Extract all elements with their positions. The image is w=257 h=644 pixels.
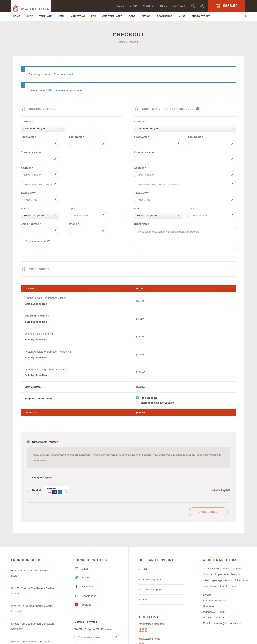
paypal-logo: ▶PayPal bbox=[47, 487, 68, 490]
shipping-street-input[interactable] bbox=[134, 171, 236, 178]
youtube-link[interactable]: Youtube bbox=[74, 600, 120, 609]
shipping-first-name-input[interactable] bbox=[134, 140, 182, 148]
header-nav-contact[interactable]: CONTACT bbox=[173, 4, 185, 7]
billing-zip-input[interactable] bbox=[69, 212, 107, 219]
breadcrumb: Home › Checkout bbox=[0, 40, 257, 44]
bank-transfer-label: Direct Bank Transfer bbox=[32, 440, 58, 443]
ship-different-address-checkbox[interactable]: ✓ bbox=[196, 108, 200, 110]
billing-country-select[interactable]: United States (US)▼ bbox=[21, 125, 65, 132]
free-shipping-radio[interactable] bbox=[136, 396, 139, 399]
cart-total: $653.50 bbox=[223, 4, 238, 8]
shipping-state-label: State bbox=[134, 207, 140, 210]
order-notes-textarea[interactable] bbox=[134, 227, 236, 249]
marketplace-items-label: Marketplace Items bbox=[139, 637, 184, 640]
billing-street-input[interactable] bbox=[21, 171, 59, 178]
product-name: Gadget and Things on the Table × 1 bbox=[25, 368, 136, 371]
nav-cms-templates[interactable]: CMS TEMPLATES bbox=[102, 15, 122, 18]
product-name: Women Hold iPhone × 1 bbox=[25, 332, 136, 335]
twitter-link[interactable]: Twitter bbox=[74, 573, 120, 582]
nav-home[interactable]: HOME bbox=[13, 15, 20, 18]
what-is-paypal-link[interactable]: What is PayPal? bbox=[212, 489, 230, 492]
billing-first-name-label: First Name bbox=[21, 136, 34, 138]
breadcrumb-home[interactable]: Home bbox=[119, 40, 126, 44]
billing-phone-input[interactable] bbox=[69, 227, 107, 234]
shipping-company-input[interactable] bbox=[134, 156, 236, 163]
page-title: CHECKOUT bbox=[0, 32, 257, 38]
billing-last-name-input[interactable] bbox=[69, 140, 107, 148]
paypal-radio[interactable] bbox=[26, 489, 30, 492]
shipping-town-input[interactable] bbox=[134, 196, 236, 204]
billing-apartment-input[interactable] bbox=[21, 181, 59, 188]
product-name: iPhone 5s with Headphones Jack × 1 bbox=[25, 296, 136, 300]
create-account-checkbox[interactable] bbox=[21, 240, 24, 242]
header-nav-blog[interactable]: BLOG bbox=[160, 4, 168, 7]
international-delivery-radio[interactable] bbox=[136, 401, 139, 404]
top-header-bar: MARKETICA PAGES SHOP WISHLIST BLOG CONTA… bbox=[0, 0, 257, 12]
blog-link[interactable]: How To Choose The Perfect Fashion Store? bbox=[11, 582, 56, 600]
facebook-link[interactable]: f Facebook bbox=[74, 582, 120, 591]
header-nav-shop[interactable]: SHOP bbox=[130, 4, 137, 7]
cheque-payment-label: Cheque Payment bbox=[32, 476, 53, 479]
header-nav-wishlist[interactable]: WISHLIST bbox=[142, 4, 155, 7]
square-bullet-icon bbox=[139, 569, 140, 570]
help-link[interactable]: Help bbox=[139, 564, 184, 574]
billing-form: BILLING DETAILS Country * United States … bbox=[21, 101, 122, 250]
nav-psd[interactable]: PSD bbox=[91, 15, 96, 18]
nav-template[interactable]: TEMPLATE bbox=[39, 15, 52, 18]
billing-company-input[interactable] bbox=[21, 156, 59, 163]
bank-transfer-radio[interactable] bbox=[26, 440, 30, 443]
nav-code[interactable]: CODE bbox=[128, 15, 135, 18]
nav-shop[interactable]: SHOP bbox=[26, 15, 33, 18]
nav-photo-stocks[interactable]: PHOTO STOCKS bbox=[192, 15, 210, 18]
contact-support-link[interactable]: Contact Support bbox=[139, 584, 184, 594]
paypal-label: PayPal bbox=[32, 489, 41, 492]
place-order-button[interactable]: PLACE ORDER bbox=[188, 508, 228, 516]
shipping-last-name-input[interactable] bbox=[188, 140, 236, 148]
shipping-handling-label: Shipping and Handling bbox=[21, 395, 136, 406]
returning-customer-notice: i Returning customer? Click here to logi… bbox=[21, 66, 236, 77]
nav-muse[interactable]: MUSE bbox=[178, 15, 185, 18]
nav-marketing[interactable]: MARKETING bbox=[71, 15, 85, 18]
billing-town-input[interactable] bbox=[21, 196, 59, 204]
nav-html[interactable]: HTML bbox=[58, 15, 65, 18]
login-link[interactable]: Click here to login bbox=[54, 73, 74, 76]
more-categories-chevron-icon[interactable] bbox=[245, 15, 247, 18]
bank-transfer-description: Make your payment directly into our bank… bbox=[26, 447, 230, 468]
billing-first-name-input[interactable] bbox=[21, 140, 59, 148]
product-column-header: PRODUCT bbox=[21, 288, 136, 290]
google-plus-icon: g+ bbox=[74, 594, 78, 598]
coupon-text: Have a coupon? bbox=[28, 89, 48, 92]
cheque-payment-radio[interactable] bbox=[26, 476, 30, 479]
google-plus-link[interactable]: g+ Google Plus bbox=[74, 591, 120, 600]
email-link[interactable]: Email bbox=[74, 564, 120, 573]
newsletter-email-input[interactable] bbox=[74, 634, 120, 641]
billing-email-input[interactable] bbox=[21, 227, 59, 234]
nav-ecommerce[interactable]: ECOMMERCE bbox=[157, 15, 172, 18]
search-icon[interactable] bbox=[191, 4, 195, 8]
blog-link[interactable]: Plus Size Fashion: Is There Such a Thing… bbox=[11, 635, 56, 644]
ship-different-address-heading: SHIP TO A DIFFERENT ADDRESS? bbox=[142, 108, 194, 110]
product-seller: Sold by: John Doe bbox=[25, 374, 136, 377]
user-account-icon[interactable] bbox=[200, 4, 204, 8]
shipping-apartment-input[interactable] bbox=[134, 181, 236, 188]
cart-icon bbox=[216, 4, 221, 8]
chevron-down-icon: ▼ bbox=[61, 128, 63, 130]
coupon-link[interactable]: Click here to enter your code bbox=[48, 89, 82, 92]
cart-button[interactable]: $653.50 bbox=[208, 0, 244, 12]
knowledge-base-link[interactable]: Knowladge Base bbox=[139, 574, 184, 584]
shipping-zip-input[interactable] bbox=[188, 212, 236, 219]
cart-subtotal-label: Cart Subtotal bbox=[21, 386, 136, 388]
blog-link[interactable]: How To Start Your Own Fashion Store? bbox=[11, 564, 56, 582]
product-price: $345.00 bbox=[136, 350, 236, 356]
billing-state-select[interactable]: Select an option...▼ bbox=[21, 212, 59, 219]
blog-link[interactable]: What is So Alluring About Celebrity Fash… bbox=[11, 600, 56, 618]
blog-link[interactable]: Should You Use Fashion Consultant Servic… bbox=[11, 618, 56, 635]
nav-design[interactable]: DESIGN bbox=[142, 15, 150, 18]
shipping-country-select[interactable]: United States (US)▼ bbox=[134, 125, 236, 132]
product-name: Proton Absolute Wordpress Themes × 1 bbox=[25, 350, 136, 353]
faq-link[interactable]: FAQ bbox=[139, 594, 184, 605]
shipping-state-select[interactable]: Select an option...▼ bbox=[134, 212, 182, 219]
order-row: Variant of Laptop × 1 Sold by: John Doe … bbox=[21, 310, 236, 328]
product-price: $200.00 bbox=[136, 368, 236, 374]
header-nav-pages[interactable]: PAGES bbox=[116, 4, 124, 7]
